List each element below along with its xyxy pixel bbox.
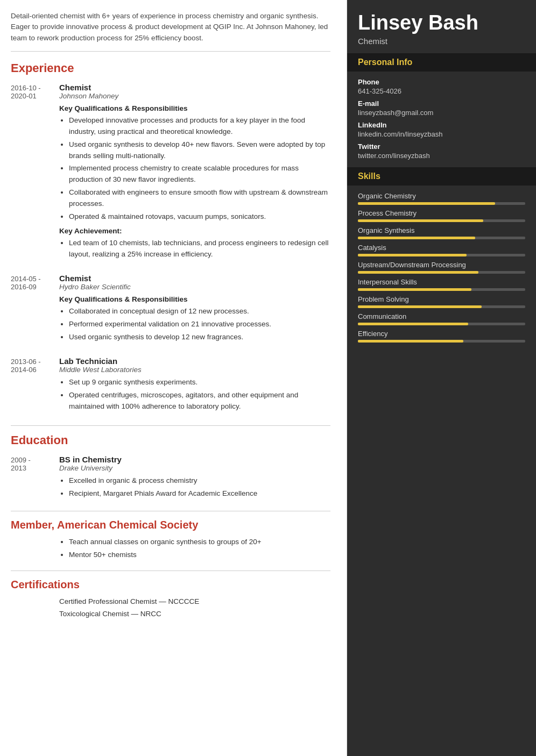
experience-title: Experience: [11, 61, 330, 75]
achievement-label-0: Key Achievement:: [59, 227, 330, 235]
job-title-0: Chemist: [59, 83, 330, 92]
cert-item-0: Certified Professional Chemist — NCCCCE: [11, 597, 330, 605]
resume-container: Detail-oriented chemist with 6+ years of…: [0, 0, 536, 756]
job-title-1: Chemist: [59, 274, 330, 283]
skill-name-7: Communication: [358, 312, 525, 320]
phone-value: 641-325-4026: [358, 87, 525, 95]
education-entries: 2009 - 2013BS in ChemistryDrake Universi…: [11, 455, 330, 501]
skill-name-0: Organic Chemistry: [358, 192, 525, 200]
skill-bar-fill-7: [358, 323, 468, 325]
skill-name-6: Problem Solving: [358, 295, 525, 303]
skill-bar-bg-1: [358, 219, 525, 222]
skill-bar-fill-8: [358, 340, 463, 343]
skill-name-4: Upstream/Downstream Processing: [358, 261, 525, 269]
bullets-1: Collaborated in conceptual design of 12 …: [59, 306, 330, 343]
skill-bar-fill-0: [358, 202, 495, 205]
skill-bar-bg-2: [358, 237, 525, 239]
exp-dates-0: 2016-10 - 2020-01: [11, 83, 59, 262]
exp-dates-2: 2013-06 - 2014-06: [11, 356, 59, 414]
cert-item-1: Toxicological Chemist — NRCC: [11, 610, 330, 618]
certifications-title: Certifications: [11, 579, 330, 591]
skill-bar-bg-6: [358, 305, 525, 308]
job-title-2: Lab Technician: [59, 356, 330, 366]
bullet-item: Set up 9 organic synthesis experiments.: [69, 377, 330, 388]
skills-title: Skills: [347, 167, 536, 186]
bullet-item: Implemented process chemistry to create …: [69, 163, 330, 186]
exp-content-0: ChemistJohnson MahoneyKey Qualifications…: [59, 83, 330, 262]
skill-name-3: Catalysis: [358, 244, 525, 252]
edu-content-0: BS in ChemistryDrake UniversityExcelled …: [59, 455, 330, 501]
education-section: Education 2009 - 2013BS in ChemistryDrak…: [11, 433, 330, 501]
bullet-item: Collaborated with engineers to ensure sm…: [69, 187, 330, 210]
bullets-0: Developed innovative processes and produ…: [59, 115, 330, 223]
bullet-item: Operated centrifuges, microscopes, agita…: [69, 390, 330, 412]
bullets-2: Set up 9 organic synthesis experiments.O…: [59, 377, 330, 412]
degree-title-0: BS in Chemistry: [59, 455, 330, 464]
skill-bar-bg-7: [358, 323, 525, 325]
exp-entry-2: 2013-06 - 2014-06Lab TechnicianMiddle We…: [11, 356, 330, 414]
bullet-item: Used organic synthesis to develop 40+ ne…: [69, 139, 330, 162]
skill-bar-bg-4: [358, 271, 525, 274]
skill-bar-fill-6: [358, 305, 482, 308]
skill-bar-fill-4: [358, 271, 478, 274]
skill-name-2: Organic Synthesis: [358, 226, 525, 234]
bullet-item: Performed experimental validation on 21 …: [69, 319, 330, 330]
candidate-name: Linsey Bash: [358, 12, 525, 34]
member-content: Teach annual classes on organic synthesi…: [11, 537, 330, 561]
school-name-0: Drake University: [59, 464, 330, 472]
bullet-item: Developed innovative processes and produ…: [69, 115, 330, 138]
bullet-item: Used organic synthesis to develop 12 new…: [69, 332, 330, 343]
experience-entries: 2016-10 - 2020-01ChemistJohnson MahoneyK…: [11, 83, 330, 414]
candidate-title: Chemist: [358, 37, 525, 46]
skill-bar-bg-5: [358, 288, 525, 291]
experience-section: Experience 2016-10 - 2020-01ChemistJohns…: [11, 61, 330, 414]
email-value: linseyzbash@gmail.com: [358, 109, 525, 117]
company-name-0: Johnson Mahoney: [59, 92, 330, 100]
bullet-item: Operated & maintained rotovaps, vacuum p…: [69, 211, 330, 223]
member-bullet-item: Teach annual classes on organic synthesi…: [69, 537, 330, 548]
member-bullets: Teach annual classes on organic synthesi…: [59, 537, 330, 561]
edu-bullets-0: Excelled in organic & process chemistryR…: [59, 475, 330, 500]
member-title: Member, American Chemical Society: [11, 519, 330, 531]
right-column: Linsey Bash Chemist Personal Info Phone …: [347, 0, 536, 756]
phone-label: Phone: [358, 78, 525, 86]
skill-bar-fill-2: [358, 237, 475, 239]
edu-bullet-item: Excelled in organic & process chemistry: [69, 475, 330, 487]
company-name-1: Hydro Baker Scientific: [59, 283, 330, 291]
exp-dates-1: 2014-05 - 2016-09: [11, 274, 59, 345]
skill-name-1: Process Chemistry: [358, 209, 525, 217]
member-section: Member, American Chemical Society Teach …: [11, 519, 330, 561]
exp-entry-0: 2016-10 - 2020-01ChemistJohnson MahoneyK…: [11, 83, 330, 262]
edu-bullet-item: Recipient, Margaret Phials Award for Aca…: [69, 488, 330, 500]
cert-items: Certified Professional Chemist — NCCCCET…: [11, 597, 330, 618]
qualifications-label-0: Key Qualifications & Responsibilities: [59, 104, 330, 112]
qualifications-label-1: Key Qualifications & Responsibilities: [59, 295, 330, 303]
twitter-value: twitter.com/linseyzbash: [358, 152, 525, 160]
skill-bar-bg-8: [358, 340, 525, 343]
exp-content-2: Lab TechnicianMiddle West LaboratoriesSe…: [59, 356, 330, 414]
skill-name-8: Efficiency: [358, 330, 525, 338]
edu-dates-0: 2009 - 2013: [11, 455, 59, 501]
linkedin-value: linkedin.com/in/linseyzbash: [358, 130, 525, 138]
personal-info-section: Personal Info Phone 641-325-4026 E-mail …: [347, 53, 536, 167]
skill-bar-fill-1: [358, 219, 483, 222]
skill-bar-fill-5: [358, 288, 471, 291]
edu-entry-0: 2009 - 2013BS in ChemistryDrake Universi…: [11, 455, 330, 501]
skills-block: Organic ChemistryProcess ChemistryOrgani…: [347, 192, 536, 351]
bullet-item: Collaborated in conceptual design of 12 …: [69, 306, 330, 317]
certifications-section: Certifications Certified Professional Ch…: [11, 579, 330, 618]
skill-bar-fill-3: [358, 254, 467, 256]
skill-bar-bg-3: [358, 254, 525, 256]
achievements-0: Led team of 10 chemists, lab technicians…: [59, 238, 330, 260]
exp-content-1: ChemistHydro Baker ScientificKey Qualifi…: [59, 274, 330, 345]
left-column: Detail-oriented chemist with 6+ years of…: [0, 0, 347, 756]
education-title: Education: [11, 433, 330, 447]
skill-name-5: Interpersonal Skills: [358, 278, 525, 286]
twitter-label: Twitter: [358, 142, 525, 151]
email-label: E-mail: [358, 99, 525, 108]
exp-entry-1: 2014-05 - 2016-09ChemistHydro Baker Scie…: [11, 274, 330, 345]
member-bullet-item: Mentor 50+ chemists: [69, 550, 330, 561]
skills-section: Skills Organic ChemistryProcess Chemistr…: [347, 167, 536, 351]
achievement-item: Led team of 10 chemists, lab technicians…: [69, 238, 330, 260]
linkedin-label: LinkedIn: [358, 121, 525, 129]
